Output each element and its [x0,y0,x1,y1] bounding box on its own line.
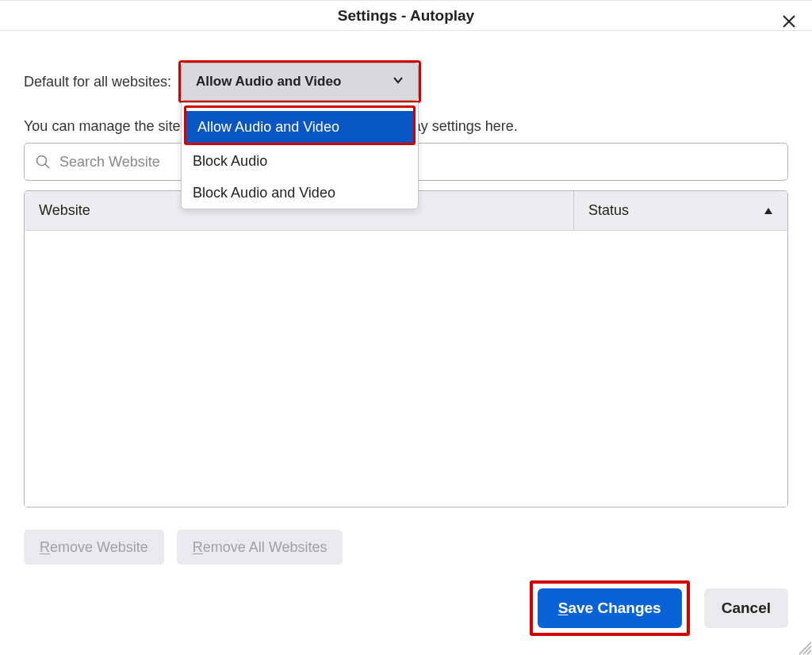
remove-website-button[interactable]: Remove Website [24,530,164,565]
dropdown-option-allow-audio-video[interactable]: Allow Audio and Video [186,111,413,143]
select-value-text: Allow Audio and Video [196,74,341,90]
remove-all-websites-button[interactable]: Remove All Websites [177,530,343,565]
autoplay-settings-dialog: Settings - Autoplay Default for all webs… [0,0,812,655]
dropdown-option-block-audio-video[interactable]: Block Audio and Video [182,177,418,209]
dialog-title: Settings - Autoplay [338,7,474,25]
default-label: Default for all websites: [24,74,171,90]
column-header-website-label: Website [39,202,90,219]
dialog-titlebar: Settings - Autoplay [0,1,812,31]
cancel-button[interactable]: Cancel [704,588,788,628]
dropdown-option-label: Block Audio [193,153,267,170]
svg-marker-4 [764,208,772,214]
search-icon [35,154,51,170]
dropdown-option-block-audio[interactable]: Block Audio [182,145,418,177]
column-header-status-label: Status [588,202,629,219]
svg-line-7 [807,650,811,654]
svg-line-3 [45,164,49,168]
remove-buttons-row: Remove Website Remove All Websites [24,530,788,565]
dialog-footer: Save Changes Cancel [0,580,812,655]
save-changes-button[interactable]: Save Changes [538,588,682,628]
dialog-content: Default for all websites: Allow Audio an… [0,31,812,580]
default-autoplay-select[interactable]: Allow Audio and Video [181,63,419,101]
svg-point-2 [37,156,47,166]
default-row: Default for all websites: Allow Audio an… [24,63,788,101]
table-body-empty [25,231,787,507]
svg-line-6 [803,646,811,654]
dropdown-option-label: Allow Audio and Video [197,119,339,136]
annotation-highlight-selected-option: Allow Audio and Video [184,105,416,145]
resize-grip-icon[interactable] [795,638,812,655]
save-button-wrap: Save Changes [530,580,690,636]
chevron-down-icon [393,74,404,90]
dropdown-option-label: Block Audio and Video [193,185,335,201]
default-autoplay-dropdown[interactable]: Allow Audio and Video Block Audio Block … [181,102,419,209]
sort-ascending-icon [764,202,773,219]
close-icon [782,14,796,33]
column-header-status[interactable]: Status [573,191,787,230]
website-table: Website Status [24,190,788,508]
